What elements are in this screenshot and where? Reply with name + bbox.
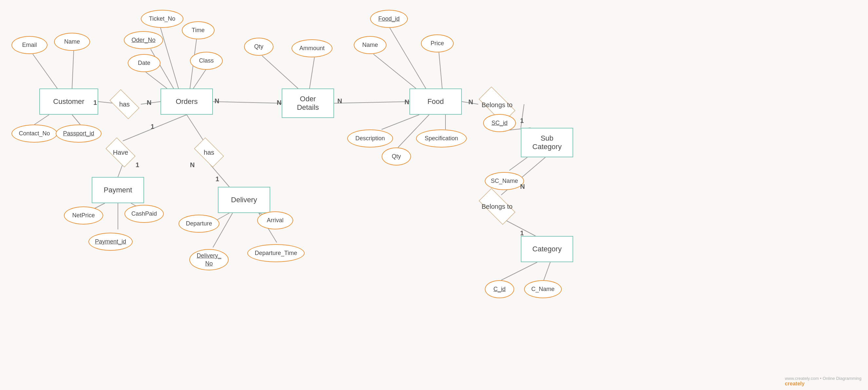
entity-sub-category-label: SubCategory bbox=[532, 134, 561, 151]
card-1-ord-have: 1 bbox=[151, 123, 154, 130]
attr-qty-od-label: Qty bbox=[254, 43, 264, 50]
attr-arrival-label: Arrival bbox=[267, 217, 283, 224]
card-1-bt2-cat: 1 bbox=[520, 230, 524, 237]
attr-delivery-no: Delivery_No bbox=[189, 249, 229, 270]
svg-line-16 bbox=[373, 54, 416, 89]
attr-sc-name: SC_Name bbox=[485, 172, 524, 190]
attr-date: Date bbox=[128, 54, 160, 72]
attr-cashpaid: CashPaid bbox=[124, 205, 164, 223]
card-n-bt1: N bbox=[468, 98, 473, 106]
attr-payment-id-label: Payment_id bbox=[95, 238, 126, 245]
entity-oder-details: OderDetails bbox=[282, 89, 334, 118]
entity-delivery-label: Delivery bbox=[231, 196, 257, 204]
attr-departure: Departure bbox=[179, 215, 219, 233]
attr-qty-food: Qty bbox=[381, 148, 411, 166]
svg-line-6 bbox=[160, 28, 179, 89]
attr-netprice: NetPrice bbox=[64, 207, 103, 224]
svg-line-27 bbox=[501, 262, 537, 280]
svg-line-3 bbox=[72, 51, 74, 89]
attr-contact-no: Contact_No bbox=[11, 124, 57, 143]
watermark-brand: creately bbox=[785, 381, 805, 386]
attr-c-id-label: C_id bbox=[493, 286, 505, 293]
card-1-cust-has: 1 bbox=[93, 99, 97, 107]
attr-sc-id: SC_id bbox=[483, 114, 516, 132]
attr-name-food-label: Name bbox=[362, 41, 378, 49]
attr-email: Email bbox=[11, 36, 48, 54]
watermark-text: www.creately.com • Online Diagramming bbox=[785, 376, 862, 381]
entity-customer-label: Customer bbox=[53, 97, 84, 106]
diamond-have: Have bbox=[101, 141, 140, 164]
watermark: www.creately.com • Online Diagramming cr… bbox=[785, 376, 862, 387]
attr-ammount: Ammount bbox=[291, 39, 333, 57]
attr-arrival: Arrival bbox=[257, 211, 293, 230]
attr-name-cust-label: Name bbox=[64, 38, 80, 45]
attr-time: Time bbox=[182, 21, 215, 39]
attr-departure-time: Departure_Time bbox=[247, 244, 305, 262]
entity-delivery: Delivery bbox=[218, 187, 270, 213]
attr-ticket-no-label: Ticket_No bbox=[149, 16, 175, 22]
attr-contact-no-label: Contact_No bbox=[19, 130, 50, 137]
card-1-have-pay: 1 bbox=[135, 161, 139, 169]
card-n-ord-has2: N bbox=[190, 161, 194, 169]
svg-line-17 bbox=[439, 53, 442, 89]
attr-food-id-label: Food_id bbox=[378, 16, 400, 22]
attr-payment-id: Payment_id bbox=[88, 233, 133, 251]
attr-food-id: Food_id bbox=[370, 10, 408, 28]
attr-specification: Specification bbox=[416, 129, 467, 148]
attr-class: Class bbox=[190, 52, 223, 70]
attr-description-label: Description bbox=[355, 135, 385, 142]
card-n-sub-bt2: N bbox=[520, 183, 525, 190]
attr-qty-food-label: Qty bbox=[392, 153, 401, 160]
entity-category-label: Category bbox=[532, 245, 561, 253]
svg-line-14 bbox=[334, 101, 409, 103]
attr-email-label: Email bbox=[22, 41, 37, 49]
svg-line-29 bbox=[123, 115, 187, 141]
card-1-has2-del: 1 bbox=[216, 175, 219, 183]
card-n-ord-od: N bbox=[215, 97, 219, 105]
svg-line-24 bbox=[509, 157, 527, 171]
diagram-container: Customer Orders OderDetails Food Payment… bbox=[0, 0, 868, 390]
attr-netprice-label: NetPrice bbox=[72, 212, 95, 219]
svg-line-30 bbox=[118, 164, 123, 177]
diamond-belongs1-label: Belongs to bbox=[482, 101, 513, 109]
entity-sub-category: SubCategory bbox=[521, 128, 573, 157]
diamond-has2-label: has bbox=[204, 149, 214, 156]
attr-passport-id: Passport_id bbox=[56, 124, 101, 143]
card-n-od-food2: N bbox=[337, 97, 342, 105]
attr-ticket-no: Ticket_No bbox=[141, 10, 183, 28]
entity-payment: Payment bbox=[92, 177, 144, 203]
svg-line-10 bbox=[193, 69, 206, 89]
diamond-belongs2-label: Belongs to bbox=[482, 203, 513, 210]
attr-qty-od: Qty bbox=[244, 38, 274, 56]
attr-oder-no-label: Oder_No bbox=[131, 37, 155, 43]
svg-line-11 bbox=[213, 101, 282, 103]
attr-ammount-label: Ammount bbox=[299, 45, 324, 52]
svg-line-12 bbox=[262, 56, 298, 89]
svg-line-38 bbox=[213, 213, 232, 247]
card-n-od-food: N bbox=[277, 99, 281, 107]
attr-c-name-label: C_Name bbox=[531, 286, 555, 293]
attr-time-label: Time bbox=[192, 27, 205, 34]
attr-departure-time-label: Departure_Time bbox=[255, 250, 297, 257]
attr-departure-label: Departure bbox=[186, 220, 212, 227]
diamond-have-label: Have bbox=[113, 149, 128, 156]
attr-class-label: Class bbox=[199, 57, 214, 64]
entity-category: Category bbox=[521, 236, 573, 262]
attr-c-id: C_id bbox=[485, 280, 514, 298]
attr-name-cust: Name bbox=[54, 33, 90, 51]
attr-delivery-no-label: Delivery_No bbox=[196, 252, 221, 267]
attr-description: Description bbox=[347, 129, 393, 148]
svg-line-2 bbox=[33, 54, 57, 89]
attr-name-food: Name bbox=[354, 36, 386, 54]
entity-orders-label: Orders bbox=[176, 97, 197, 106]
attr-c-name: C_Name bbox=[524, 280, 562, 298]
entity-customer: Customer bbox=[39, 89, 98, 115]
svg-line-5 bbox=[72, 115, 80, 124]
entity-orders: Orders bbox=[160, 89, 213, 115]
entity-payment-label: Payment bbox=[104, 186, 132, 194]
entity-oder-details-label: OderDetails bbox=[297, 95, 319, 112]
entity-food-label: Food bbox=[428, 97, 444, 106]
attr-sc-id-label: SC_id bbox=[491, 120, 507, 126]
attr-sc-name-label: SC_Name bbox=[491, 178, 518, 184]
diamond-has2: has bbox=[189, 141, 229, 164]
